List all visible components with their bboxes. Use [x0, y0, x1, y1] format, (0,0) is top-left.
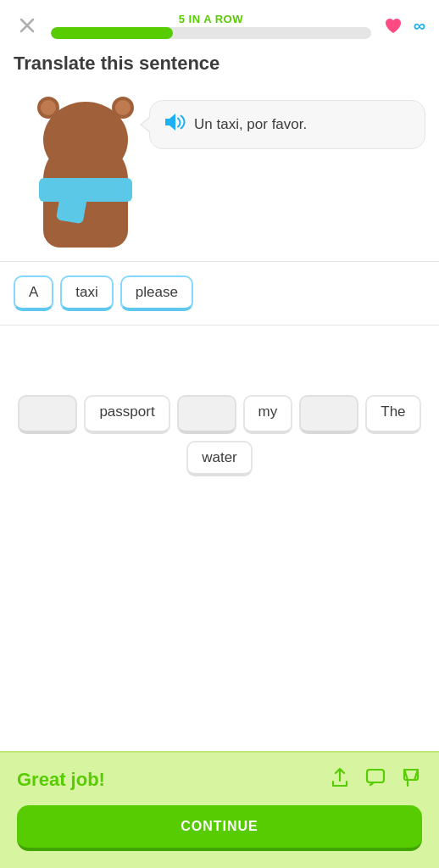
streak-label: 5 IN A ROW — [179, 13, 243, 25]
word-bank-my[interactable]: my — [243, 395, 293, 434]
progress-bar-fill — [51, 27, 173, 39]
close-button[interactable] — [14, 12, 41, 39]
speech-bubble[interactable]: Un taxi, por favor. — [149, 100, 425, 149]
word-bank-passport[interactable]: passport — [84, 395, 169, 434]
word-bank-the[interactable]: The — [365, 395, 420, 434]
top-divider — [0, 261, 439, 262]
header-icons: ∞ — [381, 14, 425, 37]
speech-text: Un taxi, por favor. — [194, 114, 307, 135]
word-bank-water[interactable]: water — [186, 441, 253, 476]
answer-area: A taxi please — [0, 267, 439, 320]
bottom-panel: Great job! — [0, 751, 439, 868]
great-job-row: Great job! — [17, 766, 422, 793]
progress-bar-bg — [51, 27, 371, 39]
answer-chip-please[interactable]: please — [120, 275, 193, 311]
svg-rect-3 — [367, 770, 384, 782]
continue-button[interactable]: CONTINUE — [17, 805, 422, 851]
streak-container: 5 IN A ROW — [51, 13, 371, 39]
word-bank-empty-2[interactable] — [177, 395, 236, 434]
heart-icon — [381, 14, 405, 37]
character-section: Un taxi, por favor. — [0, 86, 439, 256]
spacer — [0, 331, 439, 381]
word-bank-empty-3[interactable] — [299, 395, 358, 434]
svg-marker-2 — [165, 114, 175, 131]
speaker-icon — [164, 113, 186, 136]
middle-divider — [0, 325, 439, 326]
bear-character — [14, 86, 158, 248]
answer-chip-a[interactable]: A — [14, 275, 53, 311]
share-icon[interactable] — [329, 766, 351, 793]
flag-icon[interactable] — [400, 766, 422, 793]
page-title: Translate this sentence — [0, 46, 439, 86]
word-bank-empty-1[interactable] — [18, 395, 77, 434]
word-bank: passport my The water — [0, 381, 439, 485]
answer-chip-taxi[interactable]: taxi — [60, 275, 113, 311]
great-job-text: Great job! — [17, 769, 105, 791]
action-icons — [329, 766, 422, 793]
header: 5 IN A ROW ∞ — [0, 0, 439, 46]
comment-icon[interactable] — [364, 766, 386, 793]
infinity-icon: ∞ — [414, 16, 425, 36]
